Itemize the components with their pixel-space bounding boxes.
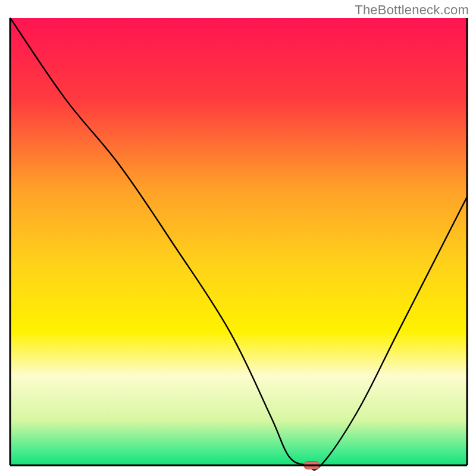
watermark-text: TheBottleneck.com [355,2,469,18]
gradient-background [10,18,467,465]
bottleneck-chart [0,0,476,476]
chart-container: TheBottleneck.com [0,0,476,476]
